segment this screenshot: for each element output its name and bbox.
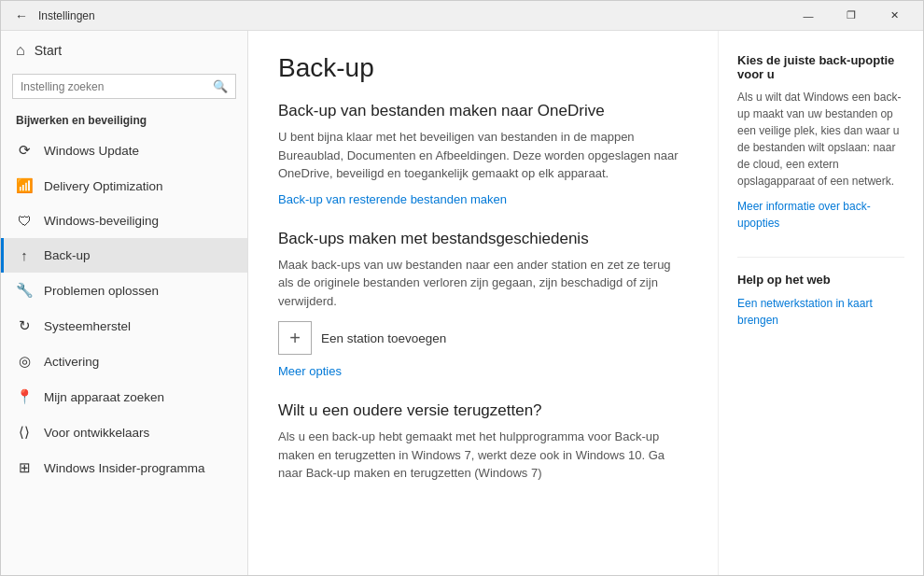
sidebar-item-label: Windows-beveiliging: [44, 214, 159, 228]
sidebar-item-recovery[interactable]: ↻ Systeemherstel: [1, 308, 247, 344]
file-history-section: Back-ups maken met bestandsgeschiedenis …: [278, 230, 688, 380]
sidebar-item-backup[interactable]: ↑ Back-up: [1, 238, 247, 273]
sidebar-item-activation[interactable]: ◎ Activering: [1, 344, 247, 379]
home-icon: ⌂: [16, 42, 25, 59]
troubleshoot-icon: 🔧: [16, 282, 33, 299]
right-panel-divider: [737, 257, 904, 258]
sidebar-item-delivery-optimization[interactable]: 📶 Delivery Optimization: [1, 168, 247, 204]
right-section-title-2: Help op het web: [737, 273, 904, 287]
add-drive-label: Een station toevoegen: [321, 331, 446, 345]
sidebar-item-label: Systeemherstel: [44, 319, 131, 333]
sidebar-item-label: Windows Update: [44, 144, 139, 158]
sidebar-item-label: Activering: [44, 355, 99, 369]
close-button[interactable]: ✕: [873, 1, 916, 31]
right-section-backup-options: Kies de juiste back-upoptie voor u Als u…: [737, 53, 904, 231]
back-button[interactable]: ←: [8, 3, 35, 29]
page-title: Back-up: [278, 53, 688, 83]
insider-icon: ⊞: [16, 459, 33, 476]
sidebar-item-label: Voor ontwikkelaars: [44, 426, 149, 440]
content-area: ⌂ Start 🔍 Bijwerken en beveiliging ⟳ Win…: [1, 31, 923, 575]
maximize-button[interactable]: ❐: [830, 1, 873, 31]
find-device-icon: 📍: [16, 388, 33, 405]
right-section-title-1: Kies de juiste back-upoptie voor u: [737, 53, 904, 81]
activation-icon: ◎: [16, 353, 33, 370]
sidebar-item-label: Mijn apparaat zoeken: [44, 390, 164, 404]
sidebar-item-windows-security[interactable]: 🛡 Windows-beveiliging: [1, 204, 247, 238]
onedrive-backup-section: Back-up van bestanden maken naar OneDriv…: [278, 102, 688, 207]
older-version-section: Wilt u een oudere versie terugzetten? Al…: [278, 401, 688, 483]
backup-icon: ↑: [16, 247, 33, 263]
windows-update-icon: ⟳: [16, 142, 33, 159]
shield-icon: 🛡: [16, 213, 33, 229]
sidebar-item-windows-update[interactable]: ⟳ Windows Update: [1, 133, 247, 168]
older-version-title: Wilt u een oudere versie terugzetten?: [278, 401, 688, 420]
sidebar: ⌂ Start 🔍 Bijwerken en beveiliging ⟳ Win…: [1, 31, 248, 575]
sidebar-item-label: Back-up: [44, 248, 91, 262]
main-content: Back-up Back-up van bestanden maken naar…: [248, 31, 718, 575]
sidebar-home-label: Start: [35, 43, 63, 58]
older-version-text: Als u een back-up hebt gemaakt met het h…: [278, 428, 688, 483]
sidebar-item-insider[interactable]: ⊞ Windows Insider-programma: [1, 450, 247, 485]
right-section-text-1: Als u wilt dat Windows een back-up maakt…: [737, 89, 904, 190]
minimize-button[interactable]: —: [787, 1, 830, 31]
search-input[interactable]: [13, 76, 205, 98]
window-title: Instellingen: [38, 9, 787, 22]
add-drive-button[interactable]: + Een station toevoegen: [278, 321, 688, 355]
file-history-title: Back-ups maken met bestandsgeschiedenis: [278, 230, 688, 248]
sidebar-section-title: Bijwerken en beveiliging: [1, 106, 247, 133]
sidebar-item-label: Delivery Optimization: [44, 179, 163, 193]
search-icon[interactable]: 🔍: [205, 75, 235, 98]
onedrive-backup-link[interactable]: Back-up van resterende bestanden maken: [278, 192, 507, 206]
right-section-link-1[interactable]: Meer informatie over back-upopties: [737, 200, 871, 230]
right-section-link-2[interactable]: Een netwerkstation in kaart brengen: [737, 297, 873, 327]
sidebar-item-troubleshoot[interactable]: 🔧 Problemen oplossen: [1, 273, 247, 308]
sidebar-item-developers[interactable]: ⟨⟩ Voor ontwikkelaars: [1, 414, 247, 450]
sidebar-item-home[interactable]: ⌂ Start: [1, 31, 247, 70]
more-options-link[interactable]: Meer opties: [278, 364, 342, 378]
delivery-icon: 📶: [16, 177, 33, 194]
window-controls: — ❐ ✕: [787, 1, 916, 31]
titlebar: ← Instellingen — ❐ ✕: [1, 1, 923, 31]
right-panel: Kies de juiste back-upoptie voor u Als u…: [718, 31, 923, 575]
settings-window: ← Instellingen — ❐ ✕ ⌂ Start 🔍 Bijwerken…: [0, 0, 924, 576]
onedrive-backup-text: U bent bijna klaar met het beveiligen va…: [278, 128, 688, 183]
recovery-icon: ↻: [16, 317, 33, 334]
add-icon: +: [278, 321, 312, 355]
right-section-help: Help op het web Een netwerkstation in ka…: [737, 273, 904, 328]
sidebar-item-label: Windows Insider-programma: [44, 461, 205, 475]
onedrive-backup-title: Back-up van bestanden maken naar OneDriv…: [278, 102, 688, 120]
developers-icon: ⟨⟩: [16, 424, 33, 441]
sidebar-item-find-device[interactable]: 📍 Mijn apparaat zoeken: [1, 379, 247, 414]
sidebar-search-box[interactable]: 🔍: [12, 74, 236, 99]
file-history-text: Maak back-ups van uw bestanden naar een …: [278, 256, 688, 311]
sidebar-item-label: Problemen oplossen: [44, 284, 159, 298]
